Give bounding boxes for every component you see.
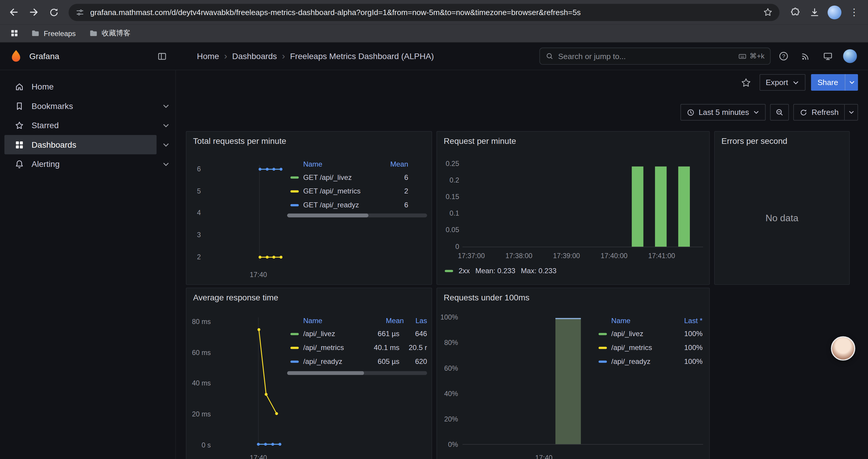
legend-row[interactable]: /api/_readyz 605 µs 620	[287, 355, 427, 368]
apps-grid-icon[interactable]	[6, 25, 22, 41]
legend-header-mean[interactable]: Mean	[371, 316, 404, 324]
breadcrumb-home[interactable]: Home	[197, 52, 219, 61]
panel-title[interactable]: Requests under 100ms	[444, 293, 529, 302]
sidebar-item-alerting[interactable]: Alerting	[4, 154, 157, 174]
y-tick: 5	[186, 188, 201, 195]
extensions-icon[interactable]	[785, 3, 804, 22]
breadcrumb-dashboards[interactable]: Dashboards	[232, 52, 277, 61]
panel-title[interactable]: Average response time	[193, 293, 278, 302]
bar	[555, 318, 581, 444]
legend-header-name[interactable]: Name	[611, 316, 674, 324]
series-color-yellow	[290, 347, 299, 349]
line-chart	[217, 315, 289, 453]
chevron-down-icon[interactable]	[162, 102, 170, 109]
screen: grafana.mathmast.com/d/deytv4rwavabkb/fr…	[0, 0, 868, 459]
series-color-green	[598, 333, 607, 335]
sidebar-item-home[interactable]: Home	[4, 77, 157, 96]
time-controls: Last 5 minutes Refresh	[680, 104, 858, 121]
forward-icon[interactable]	[24, 3, 43, 22]
refresh-interval-caret[interactable]	[844, 104, 857, 120]
legend-scrollbar[interactable]	[287, 371, 427, 375]
bookmark-star-icon[interactable]	[763, 7, 773, 17]
floating-assistant-avatar[interactable]	[831, 336, 855, 360]
back-icon[interactable]	[4, 3, 23, 22]
y-tick: 0.1	[437, 210, 459, 218]
panel-title[interactable]: Request per minute	[444, 136, 516, 145]
legend-row[interactable]: /api/_livez 100%	[596, 327, 703, 341]
site-info-icon[interactable]	[75, 7, 85, 17]
profile-avatar[interactable]	[825, 3, 844, 22]
legend-header: Name Last *	[596, 314, 703, 327]
home-icon	[14, 81, 25, 92]
chevron-down-icon[interactable]	[162, 121, 170, 129]
chevron-down-icon	[792, 79, 799, 86]
reload-icon[interactable]	[44, 3, 63, 22]
share-button[interactable]: Share	[811, 74, 858, 91]
y-tick: 40 ms	[186, 380, 211, 387]
sidebar-item-bookmarks[interactable]: Bookmarks	[4, 96, 157, 116]
y-tick: 60%	[437, 364, 458, 372]
monitor-icon[interactable]	[818, 47, 837, 66]
breadcrumb: Home › Dashboards › Freeleaps Metrics Da…	[176, 47, 868, 66]
legend-header-name[interactable]: Name	[303, 316, 370, 324]
grafana-logo[interactable]	[9, 49, 23, 64]
y-tick: 2	[186, 254, 201, 261]
chevron-down-icon[interactable]	[162, 141, 170, 149]
search-input[interactable]: Search or jump to... ⌘+k	[539, 47, 771, 65]
export-button[interactable]: Export	[760, 74, 805, 91]
legend-header-last[interactable]: Last *	[674, 316, 703, 324]
legend-table: Name Mean Las /api/_livez 661 µs 646	[287, 314, 427, 368]
time-range-picker[interactable]: Last 5 minutes	[680, 104, 766, 121]
legend-header-name[interactable]: Name	[303, 160, 386, 168]
legend-header-mean[interactable]: Mean	[386, 160, 408, 168]
dashboards-icon	[14, 140, 25, 150]
grafana-app: Grafana Home › Dashboards › Freeleaps Me…	[0, 42, 868, 459]
x-tick: 17:39:00	[545, 252, 589, 260]
downloads-icon[interactable]	[805, 3, 824, 22]
share-menu-caret[interactable]	[845, 74, 858, 91]
y-tick: 0.25	[437, 160, 459, 167]
legend-row[interactable]: /api/_metrics 40.1 ms 20.5 r	[287, 340, 427, 355]
legend-row[interactable]: GET /api/_livez 6	[287, 170, 427, 184]
sidebar-item-starred[interactable]: Starred	[4, 116, 157, 135]
legend-row[interactable]: /api/_metrics 100%	[596, 340, 703, 355]
panel-average-response-time: Average response time 80 ms 60 ms 40 ms …	[186, 288, 432, 459]
legend-scrollbar[interactable]	[287, 214, 427, 218]
user-avatar[interactable]	[840, 47, 859, 66]
chevron-right-icon: ›	[222, 51, 229, 61]
legend-row[interactable]: /api/_livez 661 µs 646	[287, 327, 427, 341]
favorite-star-icon[interactable]	[737, 74, 754, 91]
legend-row[interactable]: /api/_readyz 100%	[596, 355, 703, 368]
dock-sidebar-icon[interactable]	[157, 51, 167, 61]
sidebar-item-dashboards[interactable]: Dashboards	[4, 135, 157, 155]
y-tick: 20%	[437, 415, 458, 423]
legend-row[interactable]: GET /api/_metrics 2	[287, 184, 427, 198]
browser-menu-icon[interactable]: ⋮	[845, 3, 864, 22]
legend-header-last[interactable]: Las	[404, 316, 427, 324]
bookmark-item[interactable]: 收藏博客	[85, 27, 135, 40]
address-bar[interactable]: grafana.mathmast.com/d/deytv4rwavabkb/fr…	[68, 4, 779, 21]
chevron-down-icon	[753, 109, 759, 116]
legend[interactable]: 2xx Mean: 0.233 Max: 0.233	[445, 267, 556, 275]
legend-table: Name Last * /api/_livez 100% /api/_metri…	[596, 314, 703, 368]
panel-title[interactable]: Errors per second	[721, 136, 787, 145]
url-text[interactable]: grafana.mathmast.com/d/deytv4rwavabkb/fr…	[90, 8, 757, 17]
rss-icon[interactable]	[796, 47, 815, 66]
chevron-down-icon[interactable]	[162, 160, 170, 168]
no-data-message: No data	[715, 213, 849, 224]
refresh-button[interactable]: Refresh	[793, 104, 858, 121]
legend-row[interactable]: GET /api/_readyz 6	[287, 198, 427, 212]
bar	[655, 166, 666, 247]
series-color-blue	[598, 360, 607, 362]
brand-name: Grafana	[29, 52, 151, 61]
panel-errors-per-second: Errors per second No data	[714, 131, 850, 285]
bookmark-item[interactable]: Freeleaps	[27, 27, 80, 39]
help-icon[interactable]: ?	[774, 47, 793, 66]
refresh-icon	[800, 108, 808, 117]
series-mean: Mean: 0.233	[475, 267, 515, 275]
panel-title[interactable]: Total requests per minute	[193, 136, 286, 145]
y-tick: 0.2	[437, 176, 459, 184]
legend-header: Name Mean Las	[287, 314, 427, 327]
y-tick: 80 ms	[186, 318, 211, 326]
zoom-out-button[interactable]	[770, 104, 789, 121]
